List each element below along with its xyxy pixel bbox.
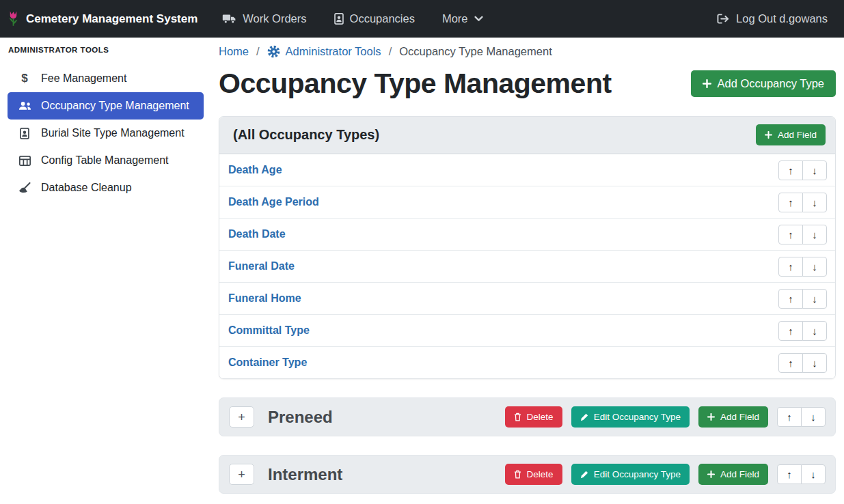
sidebar-item-label: Occupancy Type Management	[41, 100, 189, 112]
add-field-label: Add Field	[720, 469, 759, 479]
move-button-group: ↑ ↓	[777, 464, 826, 484]
move-down-button[interactable]: ↓	[802, 289, 827, 309]
move-up-button[interactable]: ↑	[777, 464, 802, 484]
logout-icon	[717, 14, 730, 24]
arrow-down-icon: ↓	[812, 165, 817, 176]
move-down-button[interactable]: ↓	[802, 321, 827, 341]
field-link[interactable]: Death Age	[228, 164, 282, 176]
add-field-button[interactable]: Add Field	[756, 124, 826, 145]
move-down-button[interactable]: ↓	[802, 193, 827, 212]
admin-tools-sidebar: Administrator Tools $ Fee Management Occ…	[0, 38, 210, 201]
add-field-label: Add Field	[778, 130, 817, 140]
breadcrumb: Home / Administrator Tools / Occupancy T…	[219, 45, 836, 58]
arrow-up-icon: ↑	[787, 468, 792, 480]
app-title: Cemetery Management System	[26, 12, 198, 26]
plus-icon	[703, 79, 711, 88]
breadcrumb-admin-tools-label: Administrator Tools	[286, 45, 381, 58]
arrow-down-icon: ↓	[811, 411, 816, 423]
pencil-icon	[580, 471, 588, 479]
breadcrumb-home-link[interactable]: Home	[219, 45, 249, 58]
field-row: Funeral Home ↑ ↓	[219, 282, 835, 314]
move-down-button[interactable]: ↓	[802, 353, 827, 373]
tulip-logo-icon	[7, 10, 20, 28]
arrow-up-icon: ↑	[788, 325, 793, 337]
move-down-button[interactable]: ↓	[802, 257, 827, 277]
delete-button[interactable]: Delete	[505, 464, 562, 485]
sidebar-item-database-cleanup[interactable]: Database Cleanup	[8, 174, 204, 201]
delete-button[interactable]: Delete	[505, 406, 562, 428]
truck-icon	[222, 14, 236, 24]
app-brand[interactable]: Cemetery Management System	[7, 10, 198, 28]
field-link[interactable]: Funeral Home	[228, 292, 301, 305]
breadcrumb-home-label: Home	[219, 45, 249, 58]
field-row: Death Age ↑ ↓	[219, 154, 835, 186]
nav-work-orders-label: Work Orders	[243, 12, 306, 25]
arrow-up-icon: ↑	[788, 293, 793, 305]
section-actions: Delete Edit Occupancy Type Add Field ↑	[505, 406, 826, 428]
plus-icon	[765, 131, 772, 139]
add-field-button[interactable]: Add Field	[698, 406, 768, 428]
edit-occupancy-type-label: Edit Occupancy Type	[594, 469, 681, 479]
top-navbar: Cemetery Management System Work Orders O…	[0, 0, 844, 38]
move-up-button[interactable]: ↑	[778, 193, 803, 212]
breadcrumb-admin-tools-link[interactable]: Administrator Tools	[267, 45, 381, 58]
sidebar-item-fee-management[interactable]: $ Fee Management	[8, 65, 204, 92]
move-button-group: ↑ ↓	[778, 193, 827, 212]
nav-more[interactable]: More	[442, 12, 483, 25]
occupancy-type-section-interment: + Interment Delete Edit Occupancy Type	[219, 455, 836, 494]
nav-occupancies[interactable]: Occupancies	[334, 12, 415, 25]
sidebar-item-occupancy-type-management[interactable]: Occupancy Type Management	[8, 92, 204, 120]
move-up-button[interactable]: ↑	[778, 289, 803, 309]
field-row: Death Date ↑ ↓	[219, 218, 835, 250]
all-types-card-title: (All Occupancy Types)	[233, 127, 379, 143]
move-up-button[interactable]: ↑	[778, 321, 803, 341]
move-down-button[interactable]: ↓	[801, 464, 826, 484]
add-field-button[interactable]: Add Field	[698, 464, 768, 485]
move-button-group: ↑ ↓	[778, 321, 827, 341]
nav-work-orders[interactable]: Work Orders	[222, 12, 306, 25]
move-up-button[interactable]: ↑	[778, 257, 803, 277]
add-occupancy-type-label: Add Occupancy Type	[717, 77, 824, 90]
edit-occupancy-type-button[interactable]: Edit Occupancy Type	[571, 406, 690, 428]
field-row: Container Type ↑ ↓	[219, 346, 835, 378]
move-down-button[interactable]: ↓	[802, 160, 827, 180]
move-up-button[interactable]: ↑	[778, 225, 803, 244]
breadcrumb-separator: /	[389, 45, 392, 58]
field-link[interactable]: Death Age Period	[228, 196, 319, 208]
occupancy-type-section-preneed: + Preneed Delete Edit Occupancy Type	[219, 397, 836, 436]
arrow-down-icon: ↓	[812, 261, 817, 272]
trash-icon	[514, 470, 521, 479]
field-link[interactable]: Container Type	[228, 356, 307, 369]
move-up-button[interactable]: ↑	[777, 407, 802, 427]
expand-section-button[interactable]: +	[229, 464, 254, 485]
users-icon	[17, 101, 32, 111]
arrow-up-icon: ↑	[787, 411, 792, 423]
gear-icon	[267, 45, 280, 58]
sidebar-item-burial-site-type-management[interactable]: Burial Site Type Management	[8, 120, 204, 147]
move-button-group: ↑ ↓	[778, 225, 827, 244]
field-link[interactable]: Death Date	[228, 228, 286, 240]
expand-section-button[interactable]: +	[229, 406, 254, 428]
edit-occupancy-type-button[interactable]: Edit Occupancy Type	[571, 464, 690, 485]
field-link[interactable]: Funeral Date	[228, 260, 295, 272]
arrow-up-icon: ↑	[788, 197, 793, 208]
logout-link[interactable]: Log Out d.gowans	[717, 12, 828, 25]
table-icon	[17, 156, 32, 166]
add-occupancy-type-button[interactable]: Add Occupancy Type	[691, 70, 836, 97]
arrow-up-icon: ↑	[788, 165, 793, 176]
plus-icon	[707, 413, 715, 421]
move-down-button[interactable]: ↓	[801, 407, 826, 427]
trash-icon	[514, 412, 521, 421]
move-up-button[interactable]: ↑	[778, 160, 803, 180]
move-button-group: ↑ ↓	[778, 353, 827, 373]
arrow-down-icon: ↓	[812, 325, 817, 337]
field-link[interactable]: Committal Type	[228, 324, 310, 337]
field-row: Death Age Period ↑ ↓	[219, 186, 835, 218]
move-down-button[interactable]: ↓	[802, 225, 827, 244]
section-title: Preneed	[268, 408, 505, 427]
plus-icon	[707, 471, 715, 478]
move-button-group: ↑ ↓	[778, 289, 827, 309]
sidebar-item-config-table-management[interactable]: Config Table Management	[8, 147, 204, 174]
move-up-button[interactable]: ↑	[778, 353, 803, 373]
sidebar-item-label: Database Cleanup	[41, 182, 132, 194]
